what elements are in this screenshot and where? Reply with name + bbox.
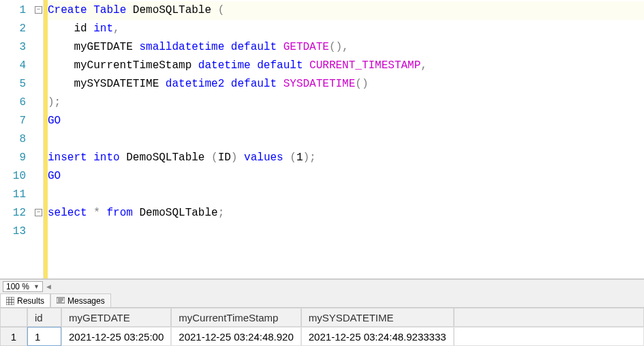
line-number: 3: [0, 38, 34, 57]
line-number: 13: [0, 222, 34, 241]
zoom-value: 100 %: [6, 282, 29, 291]
fold-toggle[interactable]: −: [35, 209, 42, 216]
line-number: 9: [0, 149, 34, 167]
code-line[interactable]: mySYSDATETIME datetime2 default SYSDATET…: [48, 75, 644, 93]
column-header[interactable]: myCurrentTimeStamp: [171, 308, 301, 327]
code-line[interactable]: Create Table DemoSQLTable (: [48, 1, 644, 20]
chevron-down-icon: ▼: [33, 282, 40, 291]
code-line[interactable]: GO: [48, 167, 644, 186]
line-number: 11: [0, 186, 34, 204]
grid-icon: [6, 297, 14, 305]
results-grid[interactable]: idmyGETDATEmyCurrentTimeStampmySYSDATETI…: [0, 308, 644, 346]
code-line[interactable]: [48, 222, 644, 241]
grid-cell[interactable]: 1: [27, 327, 61, 346]
line-number: 8: [0, 130, 34, 149]
code-line[interactable]: );: [48, 93, 644, 112]
column-header[interactable]: myGETDATE: [61, 308, 171, 327]
code-line[interactable]: insert into DemoSQLTable (ID) values (1)…: [48, 149, 644, 167]
tab-messages-label: Messages: [67, 296, 105, 306]
fold-strip[interactable]: −−: [34, 0, 44, 278]
fold-toggle[interactable]: −: [35, 6, 42, 14]
code-line[interactable]: id int,: [48, 20, 644, 38]
grid-cell[interactable]: 2021-12-25 03:24:48.9233333: [301, 327, 454, 346]
code-line[interactable]: myCurrentTimeStamp datetime default CURR…: [48, 57, 644, 75]
code-line[interactable]: myGETDATE smalldatetime default GETDATE(…: [48, 38, 644, 57]
code-editor[interactable]: 12345678910111213 −− Create Table DemoSQ…: [0, 0, 644, 279]
code-line[interactable]: select * from DemoSQLTable;: [48, 204, 644, 222]
results-pane: idmyGETDATEmyCurrentTimeStampmySYSDATETI…: [0, 308, 644, 346]
code-line[interactable]: [48, 186, 644, 204]
line-number: 5: [0, 75, 34, 93]
tab-results-label: Results: [17, 296, 44, 306]
code-line[interactable]: [48, 130, 644, 149]
messages-icon: [57, 297, 65, 305]
code-text-area[interactable]: Create Table DemoSQLTable ( id int, myGE…: [48, 0, 644, 278]
line-number: 6: [0, 93, 34, 112]
zoom-bar: 100 % ▼ ◀: [0, 279, 644, 293]
line-number: 4: [0, 57, 34, 75]
grid-cell-filler: [454, 327, 644, 346]
line-number: 12: [0, 204, 34, 222]
tab-results[interactable]: Results: [0, 293, 50, 307]
line-number: 10: [0, 167, 34, 186]
line-number: 2: [0, 20, 34, 38]
results-tab-bar: Results Messages: [0, 293, 644, 308]
row-header[interactable]: 1: [0, 327, 27, 346]
grid-cell[interactable]: 2021-12-25 03:25:00: [61, 327, 171, 346]
column-header[interactable]: id: [27, 308, 61, 327]
grid-corner[interactable]: [0, 308, 27, 327]
column-header[interactable]: mySYSDATETIME: [301, 308, 454, 327]
line-number: 7: [0, 112, 34, 130]
code-line[interactable]: GO: [48, 112, 644, 130]
line-number: 1: [0, 1, 34, 20]
grid-cell[interactable]: 2021-12-25 03:24:48.920: [171, 327, 301, 346]
zoom-dropdown[interactable]: 100 % ▼: [3, 281, 43, 292]
tab-messages[interactable]: Messages: [50, 293, 111, 307]
column-header-filler: [454, 308, 644, 327]
svg-rect-0: [6, 297, 14, 305]
h-scroll-left-icon[interactable]: ◀: [46, 283, 51, 290]
line-number-gutter: 12345678910111213: [0, 0, 34, 278]
